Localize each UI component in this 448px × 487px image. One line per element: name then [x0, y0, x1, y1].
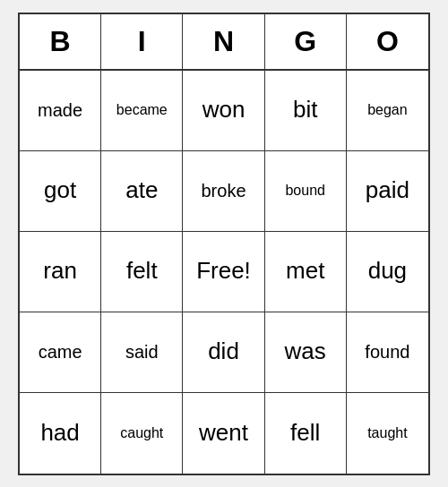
header-letter-n: N [183, 14, 264, 69]
bingo-header: BINGO [20, 14, 428, 71]
grid-cell-14: dug [347, 232, 428, 312]
grid-cell-12: Free! [183, 232, 264, 312]
grid-cell-11: felt [101, 232, 183, 312]
cell-text-21: caught [120, 424, 163, 441]
cell-text-16: said [125, 341, 159, 363]
cell-text-3: bit [293, 96, 317, 124]
grid-cell-16: said [101, 312, 183, 393]
grid-cell-0: made [20, 71, 101, 151]
header-letter-b: B [20, 14, 101, 69]
grid-cell-21: caught [101, 393, 183, 474]
grid-cell-13: met [265, 232, 347, 312]
header-letter-i: I [101, 14, 183, 69]
cell-text-11: felt [126, 257, 158, 285]
cell-text-22: went [199, 419, 248, 447]
cell-text-10: ran [43, 257, 77, 285]
cell-text-2: won [202, 96, 246, 124]
header-letter-o: O [347, 14, 428, 69]
cell-text-7: broke [201, 180, 246, 201]
cell-text-18: was [285, 337, 326, 365]
cell-text-1: became [116, 101, 168, 118]
cell-text-19: found [365, 341, 409, 363]
grid-cell-24: taught [347, 393, 428, 474]
cell-text-9: paid [366, 176, 409, 204]
grid-cell-1: became [101, 71, 183, 151]
cell-text-5: got [44, 176, 76, 204]
bingo-card: BINGO madebecamewonbitbegangotatebrokebo… [18, 13, 430, 475]
grid-cell-17: did [183, 312, 264, 393]
cell-text-17: did [208, 337, 239, 365]
grid-cell-20: had [20, 393, 101, 474]
grid-cell-15: came [20, 312, 101, 393]
grid-cell-23: fell [265, 393, 347, 474]
bingo-grid: madebecamewonbitbegangotatebrokeboundpai… [20, 71, 428, 474]
cell-text-14: dug [368, 257, 407, 285]
grid-cell-9: paid [347, 151, 428, 232]
cell-text-8: bound [285, 182, 325, 199]
grid-cell-22: went [183, 393, 264, 474]
grid-cell-6: ate [101, 151, 183, 232]
grid-cell-8: bound [265, 151, 347, 232]
header-letter-g: G [265, 14, 347, 69]
grid-cell-3: bit [265, 71, 347, 151]
cell-text-23: fell [290, 419, 320, 447]
grid-cell-18: was [265, 312, 347, 393]
cell-text-15: came [39, 341, 82, 363]
grid-cell-4: began [347, 71, 428, 151]
cell-text-12: Free! [196, 257, 251, 285]
cell-text-24: taught [367, 424, 407, 441]
grid-cell-19: found [347, 312, 428, 393]
grid-cell-5: got [20, 151, 101, 232]
cell-text-13: met [286, 257, 324, 285]
cell-text-4: began [367, 101, 408, 118]
grid-cell-7: broke [183, 151, 264, 232]
cell-text-20: had [40, 419, 79, 447]
cell-text-6: ate [125, 176, 158, 204]
grid-cell-2: won [183, 71, 264, 151]
cell-text-0: made [38, 99, 82, 121]
grid-cell-10: ran [20, 232, 101, 312]
